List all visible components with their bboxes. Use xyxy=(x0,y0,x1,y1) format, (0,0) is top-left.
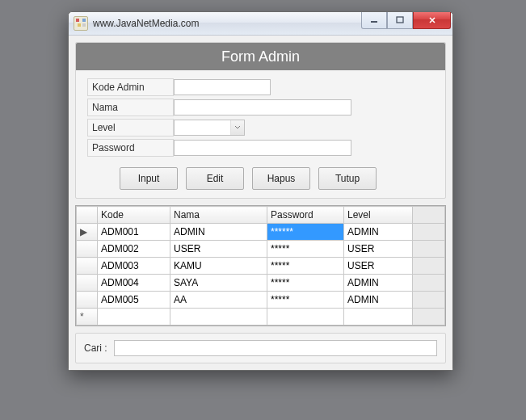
cell-nama[interactable]: KAMU xyxy=(170,258,267,275)
cell-kode[interactable]: ADM002 xyxy=(98,241,170,258)
cell-password[interactable]: ****** xyxy=(267,224,344,241)
label-password: Password xyxy=(87,139,174,157)
cell-empty[interactable] xyxy=(344,309,413,326)
row-password: Password xyxy=(87,139,434,157)
col-level[interactable]: Level xyxy=(344,207,413,224)
col-kode[interactable]: Kode xyxy=(98,207,170,224)
cell-nama[interactable]: USER xyxy=(170,241,267,258)
cell-nama[interactable]: ADMIN xyxy=(170,224,267,241)
cell-level[interactable]: USER xyxy=(344,258,413,275)
edit-button[interactable]: Edit xyxy=(186,167,244,190)
app-icon xyxy=(74,16,88,31)
window-controls xyxy=(361,12,451,29)
table-row-new[interactable]: * xyxy=(77,309,445,326)
cell-password[interactable]: ***** xyxy=(267,275,344,292)
row-header[interactable] xyxy=(77,258,98,275)
col-nama[interactable]: Nama xyxy=(170,207,267,224)
label-kode: Kode Admin xyxy=(87,78,174,96)
input-password[interactable] xyxy=(174,140,351,156)
search-label: Cari : xyxy=(84,342,107,354)
form-panel: Form Admin Kode Admin Nama Level xyxy=(75,42,446,199)
cell-level[interactable]: ADMIN xyxy=(344,224,413,241)
label-level: Level xyxy=(87,119,174,136)
combo-level[interactable] xyxy=(174,120,245,136)
cell-password[interactable]: ***** xyxy=(267,241,344,258)
col-password[interactable]: Password xyxy=(267,207,344,224)
table-row[interactable]: ▶ADM001ADMIN******ADMIN xyxy=(77,224,445,241)
window-title: www.JavaNetMedia.com xyxy=(93,18,199,29)
col-fill xyxy=(413,207,445,224)
cell-password[interactable]: ***** xyxy=(267,258,344,275)
cell-fill xyxy=(413,241,445,258)
hapus-button[interactable]: Hapus xyxy=(252,167,310,190)
search-panel: Cari : xyxy=(75,333,446,363)
titlebar[interactable]: www.JavaNetMedia.com xyxy=(69,12,452,36)
cell-kode[interactable]: ADM003 xyxy=(98,258,170,275)
cell-kode[interactable]: ADM001 xyxy=(98,224,170,241)
table-row[interactable]: ADM005AA*****ADMIN xyxy=(77,292,445,309)
cell-empty[interactable] xyxy=(98,309,170,326)
cell-kode[interactable]: ADM005 xyxy=(98,292,170,309)
cell-fill xyxy=(413,224,445,241)
row-header[interactable] xyxy=(77,241,98,258)
table-row[interactable]: ADM002USER*****USER xyxy=(77,241,445,258)
cell-fill xyxy=(413,309,445,326)
main-window: www.JavaNetMedia.com Form Admin Kode Adm… xyxy=(68,11,453,371)
close-icon xyxy=(428,16,436,24)
combo-level-button[interactable] xyxy=(230,120,244,135)
close-button[interactable] xyxy=(413,12,451,29)
row-kode: Kode Admin xyxy=(87,78,434,96)
row-level: Level xyxy=(87,119,434,136)
button-row: Input Edit Hapus Tutup xyxy=(87,159,434,190)
cell-empty[interactable] xyxy=(170,309,267,326)
table-row[interactable]: ADM003KAMU*****USER xyxy=(77,258,445,275)
client-area: Form Admin Kode Admin Nama Level xyxy=(69,36,452,370)
data-grid[interactable]: Kode Nama Password Level ▶ADM001ADMIN***… xyxy=(75,205,446,326)
cell-password[interactable]: ***** xyxy=(267,292,344,309)
svg-rect-1 xyxy=(397,17,403,23)
table-row[interactable]: ADM004SAYA*****ADMIN xyxy=(77,275,445,292)
label-nama: Nama xyxy=(87,99,174,116)
row-header-new[interactable]: * xyxy=(77,309,98,326)
cell-fill xyxy=(413,275,445,292)
svg-rect-0 xyxy=(371,21,377,23)
cell-nama[interactable]: SAYA xyxy=(170,275,267,292)
row-header[interactable] xyxy=(77,292,98,309)
input-nama[interactable] xyxy=(174,99,351,116)
row-header[interactable]: ▶ xyxy=(77,224,98,241)
row-nama: Nama xyxy=(87,99,434,116)
cell-level[interactable]: USER xyxy=(344,241,413,258)
cell-nama[interactable]: AA xyxy=(170,292,267,309)
row-header[interactable] xyxy=(77,275,98,292)
cell-fill xyxy=(413,292,445,309)
grid-header-row: Kode Nama Password Level xyxy=(77,207,445,224)
maximize-icon xyxy=(396,16,404,24)
cell-empty[interactable] xyxy=(267,309,344,326)
input-kode[interactable] xyxy=(174,79,271,95)
minimize-icon xyxy=(370,16,378,24)
form-body: Kode Admin Nama Level xyxy=(76,70,445,190)
cell-fill xyxy=(413,258,445,275)
minimize-button[interactable] xyxy=(361,12,387,29)
cell-kode[interactable]: ADM004 xyxy=(98,275,170,292)
maximize-button[interactable] xyxy=(387,12,413,29)
search-input[interactable] xyxy=(114,340,437,356)
grid-corner[interactable] xyxy=(77,207,98,224)
input-button[interactable]: Input xyxy=(120,167,178,190)
chevron-down-icon xyxy=(234,125,241,130)
cell-level[interactable]: ADMIN xyxy=(344,292,413,309)
cell-level[interactable]: ADMIN xyxy=(344,275,413,292)
tutup-button[interactable]: Tutup xyxy=(318,167,377,190)
form-heading: Form Admin xyxy=(76,43,445,70)
